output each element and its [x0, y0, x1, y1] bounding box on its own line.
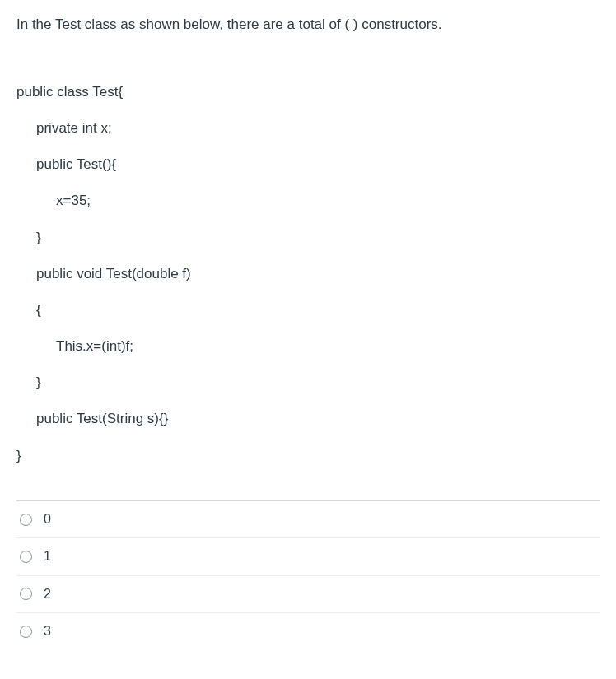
- code-line: public Test(String s){}: [16, 401, 600, 437]
- radio-icon: [20, 551, 32, 563]
- radio-icon: [20, 626, 32, 638]
- code-line: private int x;: [16, 110, 600, 146]
- options-list: 0 1 2 3: [16, 500, 600, 650]
- code-line: }: [16, 438, 600, 474]
- code-line: public Test(){: [16, 146, 600, 183]
- code-line: x=35;: [16, 183, 600, 219]
- code-line: }: [16, 220, 600, 256]
- question-text: In the Test class as shown below, there …: [16, 15, 600, 35]
- option-2[interactable]: 2: [16, 576, 600, 613]
- code-line: public class Test{: [16, 74, 600, 110]
- option-label: 1: [44, 547, 51, 565]
- radio-icon: [20, 514, 32, 526]
- code-line: {: [16, 292, 600, 328]
- option-0[interactable]: 0: [16, 501, 600, 538]
- radio-icon: [20, 588, 32, 600]
- code-line: public void Test(double f): [16, 256, 600, 292]
- option-3[interactable]: 3: [16, 613, 600, 649]
- option-label: 3: [44, 622, 51, 640]
- code-line: }: [16, 365, 600, 401]
- code-block: public class Test{ private int x; public…: [16, 74, 600, 474]
- code-line: This.x=(int)f;: [16, 328, 600, 365]
- option-label: 0: [44, 510, 51, 528]
- option-1[interactable]: 1: [16, 538, 600, 575]
- option-label: 2: [44, 585, 51, 603]
